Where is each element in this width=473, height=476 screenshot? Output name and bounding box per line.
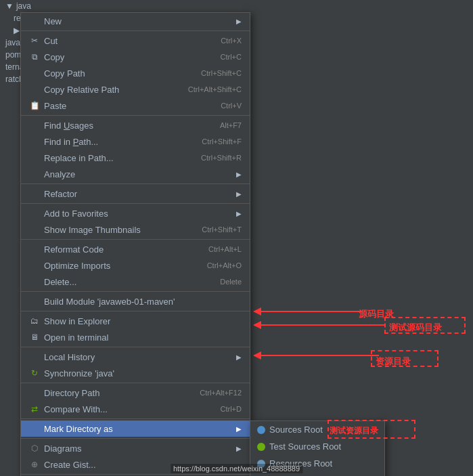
menu-shortcut: Ctrl+Shift+T <box>202 225 242 234</box>
menu-item-label: Optimize Imports <box>44 261 194 271</box>
analyze-icon <box>29 169 40 179</box>
menu-item-show-explorer[interactable]: 🗂 Show in Explorer <box>21 313 250 329</box>
reformat-icon <box>29 244 40 255</box>
favorites-icon <box>29 208 40 219</box>
menu-item-show-thumbnails[interactable]: Show Image Thumbnails Ctrl+Shift+T <box>21 221 250 238</box>
menu-item-copy-relative-path[interactable]: Copy Relative Path Ctrl+Alt+Shift+C <box>21 81 250 98</box>
arrow-resources <box>250 349 382 362</box>
menu-item-diagrams[interactable]: ⬡ Diagrams ▶ <box>21 440 250 456</box>
menu-shortcut: Delete <box>220 278 242 286</box>
menu-item-open-terminal[interactable]: 🖥 Open in terminal <box>21 329 250 345</box>
arrow-test-sources <box>250 318 389 332</box>
menu-shortcut: Ctrl+V <box>221 102 242 110</box>
menu-shortcut: Ctrl+D <box>221 405 242 413</box>
find-in-path-icon <box>29 136 40 147</box>
menu-divider <box>21 418 250 419</box>
mark-dir-icon <box>29 423 40 434</box>
menu-divider <box>21 383 250 383</box>
menu-divider <box>21 311 250 311</box>
menu-item-label: Open in terminal <box>44 332 242 343</box>
menu-item-label: Find Usages <box>44 121 206 131</box>
menu-item-label: Find in Path... <box>44 137 188 147</box>
menu-divider <box>21 203 250 204</box>
compare-icon: ⇄ <box>29 404 40 414</box>
menu-item-refactor[interactable]: Refactor ▶ <box>21 186 250 202</box>
menu-item-label: Show Image Thumbnails <box>44 225 188 235</box>
menu-item-label: Show in Explorer <box>44 316 242 326</box>
menu-shortcut: Ctrl+Shift+F <box>202 137 242 146</box>
menu-shortcut: Ctrl+Alt+O <box>207 261 242 269</box>
menu-item-build-module[interactable]: Build Module 'javaweb-01-maven' <box>21 293 250 309</box>
submenu-arrow: ▶ <box>236 18 242 25</box>
menu-divider <box>21 183 250 184</box>
menu-divider <box>21 239 250 240</box>
menu-item-label: Paste <box>44 101 207 111</box>
menu-divider <box>21 30 250 31</box>
build-icon <box>29 296 40 307</box>
terminal-icon: 🖥 <box>29 332 40 343</box>
optimize-icon <box>29 260 40 271</box>
menu-item-add-favorites[interactable]: Add to Favorites ▶ <box>21 205 250 221</box>
submenu-arrow: ▶ <box>236 425 242 433</box>
menu-item-label: Synchronize 'java' <box>44 368 242 378</box>
submenu-arrow: ▶ <box>236 445 242 452</box>
submenu-item-label: Test Sources Root <box>269 441 341 452</box>
menu-shortcut: Ctrl+Alt+L <box>208 245 242 253</box>
menu-shortcut: Ctrl+Shift+C <box>201 69 242 77</box>
find-usages-icon <box>29 120 40 131</box>
menu-shortcut: Ctrl+C <box>221 53 242 61</box>
menu-item-new[interactable]: New ▶ <box>21 13 250 29</box>
menu-item-label: Analyze <box>44 169 233 179</box>
sources-root-dot <box>257 426 265 434</box>
menu-item-label: Reformat Code <box>44 244 195 255</box>
menu-item-find-in-path[interactable]: Find in Path... Ctrl+Shift+F <box>21 133 250 150</box>
menu-item-local-history[interactable]: Local History ▶ <box>21 349 250 365</box>
menu-item-reformat-code[interactable]: Reformat Code Ctrl+Alt+L <box>21 241 250 257</box>
gist-icon: ⊕ <box>29 459 40 470</box>
cut-icon: ✂ <box>29 35 40 46</box>
menu-item-label: Add to Favorites <box>44 209 233 219</box>
menu-item-synchronize[interactable]: ↻ Synchronize 'java' <box>21 365 250 381</box>
explorer-icon: 🗂 <box>29 316 40 326</box>
submenu-arrow: ▶ <box>236 171 242 178</box>
menu-item-analyze[interactable]: Analyze ▶ <box>21 166 250 182</box>
copy-path-icon <box>29 68 40 79</box>
menu-item-copy[interactable]: ⧉ Copy Ctrl+C <box>21 49 250 65</box>
menu-item-label: Copy <box>44 52 207 62</box>
menu-divider <box>21 347 250 347</box>
submenu-arrow: ▶ <box>236 353 242 361</box>
menu-item-optimize-imports[interactable]: Optimize Imports Ctrl+Alt+O <box>21 257 250 274</box>
menu-item-label: Build Module 'javaweb-01-maven' <box>44 297 242 307</box>
refactor-icon <box>29 188 40 199</box>
replace-in-path-icon <box>29 152 40 163</box>
menu-item-label: Local History <box>44 352 233 362</box>
menu-item-directory-path[interactable]: Directory Path Ctrl+Alt+F12 <box>21 385 250 401</box>
menu-item-copy-path[interactable]: Copy Path Ctrl+Shift+C <box>21 65 250 81</box>
file-tree-item[interactable]: ▼java <box>0 0 135 12</box>
menu-divider <box>21 115 250 116</box>
test-sources-root-dot <box>257 443 265 451</box>
menu-item-mark-directory[interactable]: Mark Directory as ▶ Sources Root Test So… <box>21 420 250 437</box>
menu-item-paste[interactable]: 📋 Paste Ctrl+V <box>21 98 250 114</box>
menu-shortcut: Alt+F7 <box>220 121 242 129</box>
menu-item-label: Diagrams <box>44 443 233 454</box>
menu-item-replace-in-path[interactable]: Replace in Path... Ctrl+Shift+R <box>21 150 250 166</box>
menu-shortcut: Ctrl+Shift+R <box>201 154 242 162</box>
submenu-arrow: ▶ <box>236 190 242 198</box>
ide-background: ▼java re ▶ w javaweb pom.xml ternal Lib … <box>0 0 473 476</box>
menu-divider <box>21 438 250 439</box>
watermark: https://blog.csdn.net/weixin_48888889 <box>171 464 302 473</box>
menu-item-cut[interactable]: ✂ Cut Ctrl+X <box>21 33 250 49</box>
submenu-arrow: ▶ <box>236 210 242 217</box>
context-menu: New ▶ ✂ Cut Ctrl+X ⧉ Copy Ctrl+C Copy Pa… <box>20 12 250 476</box>
menu-item-label: Refactor <box>44 189 233 199</box>
menu-item-label: New <box>44 16 233 26</box>
menu-item-compare-with[interactable]: ⇄ Compare With... Ctrl+D <box>21 401 250 417</box>
menu-item-label: Copy Relative Path <box>44 85 175 95</box>
menu-item-delete[interactable]: Delete... Delete <box>21 274 250 290</box>
menu-item-find-usages[interactable]: Find Usages Alt+F7 <box>21 117 250 133</box>
menu-shortcut: Ctrl+Alt+Shift+C <box>188 85 242 93</box>
menu-item-label: Delete... <box>44 277 206 287</box>
paste-icon: 📋 <box>29 100 40 111</box>
submenu-item-test-sources-root[interactable]: Test Sources Root <box>250 438 384 455</box>
